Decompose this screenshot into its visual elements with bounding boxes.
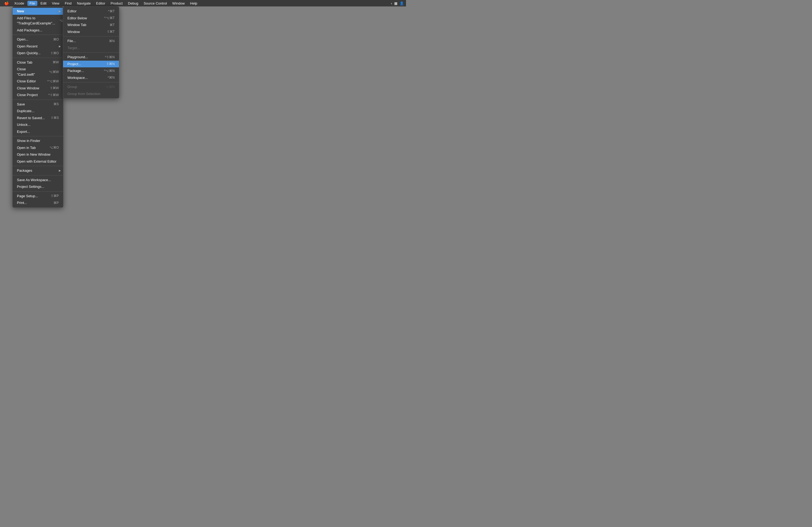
menu-item-new[interactable]: New ▶ xyxy=(13,8,63,15)
menubar-view[interactable]: View xyxy=(50,1,61,6)
separator-7 xyxy=(13,191,63,192)
new-submenu-workspace-shortcut: ^⌘N xyxy=(108,75,115,80)
menu-item-print-shortcut: ⌘P xyxy=(54,200,59,205)
back-icon[interactable]: ‹ xyxy=(391,1,392,5)
menu-item-packages[interactable]: Packages ▶ xyxy=(13,167,63,174)
new-submenu-file-shortcut: ⌘N xyxy=(109,39,115,44)
menubar-debug[interactable]: Debug xyxy=(126,1,141,6)
menu-item-page-setup[interactable]: Page Setup... ⇧⌘P xyxy=(13,193,63,200)
menu-item-open-tab[interactable]: Open in Tab ⌥⌘O xyxy=(13,144,63,151)
apple-menu[interactable]: 🍎 xyxy=(2,1,11,6)
new-submenu-editor-label: Editor xyxy=(68,9,76,14)
menu-item-close-window-shortcut: ⇧⌘W xyxy=(50,86,59,90)
new-submenu-package-shortcut: ^⌥⌘N xyxy=(104,69,115,73)
menu-item-close-window[interactable]: Close Window ⇧⌘W xyxy=(13,85,63,92)
new-submenu-project-label: Project... xyxy=(68,61,81,67)
submenu-arrow-recent: ▶ xyxy=(59,44,61,48)
menubar-right: ‹ ▦ 👤 xyxy=(391,1,404,5)
menu-item-open-recent[interactable]: Open Recent ▶ xyxy=(13,43,63,50)
new-submenu-group-shortcut: ⌥⌘N xyxy=(105,85,115,89)
menubar-sourcecontrol[interactable]: Source Control xyxy=(142,1,169,6)
menu-item-export[interactable]: Export... xyxy=(13,128,63,135)
menu-item-add-packages[interactable]: Add Packages... xyxy=(13,27,63,34)
new-submenu-file[interactable]: File... ⌘N xyxy=(63,37,119,45)
menu-item-show-finder-label: Show in Finder xyxy=(17,138,40,144)
new-submenu-workspace[interactable]: Workspace... ^⌘N xyxy=(63,74,119,81)
menu-item-export-label: Export... xyxy=(17,129,30,134)
menubar-window[interactable]: Window xyxy=(170,1,187,6)
menubar-xcode[interactable]: Xcode xyxy=(12,1,26,6)
menu-item-show-finder[interactable]: Show in Finder xyxy=(13,137,63,144)
menu-item-close-tab[interactable]: Close Tab ⌘W xyxy=(13,59,63,66)
menu-item-open-external-label: Open with External Editor xyxy=(17,159,56,164)
menu-item-save-shortcut: ⌘S xyxy=(54,102,59,107)
new-submenu-playground-shortcut: ^⇧⌘N xyxy=(105,55,115,60)
menu-item-revert-shortcut: ⇧⌘S xyxy=(51,115,59,120)
new-submenu-window-label: Window xyxy=(68,29,80,35)
menu-item-print-label: Print... xyxy=(17,200,27,206)
menu-item-project-settings-label: Project Settings... xyxy=(17,184,44,190)
separator-3 xyxy=(13,100,63,100)
new-submenu-editor-below[interactable]: Editor Below ^⌥⌘T xyxy=(63,15,119,22)
menu-item-close-editor[interactable]: Close Editor ^⌥⌘W xyxy=(13,78,63,85)
menu-item-save[interactable]: Save ⌘S xyxy=(13,101,63,108)
menu-item-add-files[interactable]: Add Files to "TradingCardExample"... ⌥⌘ … xyxy=(13,15,63,27)
new-submenu-editor[interactable]: Editor ^⌘T xyxy=(63,8,119,15)
new-submenu-window-tab[interactable]: Window Tab ⌘T xyxy=(63,21,119,28)
new-submenu-group-label: Group xyxy=(68,84,77,90)
menu-item-revert[interactable]: Revert to Saved... ⇧⌘S xyxy=(13,115,63,122)
new-submenu-group[interactable]: Group ⌥⌘N xyxy=(63,84,119,90)
menubar-find[interactable]: Find xyxy=(62,1,74,6)
menu-item-close-card[interactable]: Close "Card.swift" ⌥⌘W xyxy=(13,66,63,78)
new-submenu-project[interactable]: Project... ⇧⌘N xyxy=(63,61,119,67)
new-submenu-group-selection-label: Group from Selection xyxy=(68,91,100,96)
new-submenu-playground-label: Playground... xyxy=(68,55,88,60)
menu-item-open-external[interactable]: Open with External Editor xyxy=(13,158,63,165)
new-submenu-window-shortcut: ⇧⌘T xyxy=(107,29,115,34)
separator-2 xyxy=(13,58,63,58)
menubar-file[interactable]: File xyxy=(27,1,37,6)
menu-item-page-setup-label: Page Setup... xyxy=(17,194,38,199)
menu-item-add-files-label: Add Files to "TradingCardExample"... xyxy=(17,16,55,26)
new-submenu-target-label: Target... xyxy=(68,45,80,51)
menu-item-close-window-label: Close Window xyxy=(17,86,39,91)
new-submenu-playground[interactable]: Playground... ^⇧⌘N xyxy=(63,54,119,61)
menu-item-save-workspace-label: Save As Workspace... xyxy=(17,177,51,183)
menu-item-close-project-shortcut: ^⇧⌘W xyxy=(48,93,59,97)
menu-item-open[interactable]: Open... ⌘O xyxy=(13,36,63,43)
new-submenu-package[interactable]: Package... ^⌥⌘N xyxy=(63,67,119,74)
menu-item-unlock-label: Unlock... xyxy=(17,122,31,127)
menu-item-open-new-window[interactable]: Open in New Window xyxy=(13,151,63,158)
menubar: 🍎 Xcode File Edit View Find Navigate Edi… xyxy=(0,0,406,6)
menubar-navigate[interactable]: Navigate xyxy=(75,1,93,6)
menu-item-unlock[interactable]: Unlock... xyxy=(13,121,63,128)
new-submenu-sep-3 xyxy=(63,82,119,82)
menu-item-open-recent-label: Open Recent xyxy=(17,44,38,49)
menubar-editor[interactable]: Editor xyxy=(94,1,107,6)
menu-item-close-project[interactable]: Close Project ^⇧⌘W xyxy=(13,91,63,99)
menu-item-open-tab-label: Open in Tab xyxy=(17,145,36,151)
menu-item-open-quickly[interactable]: Open Quickly... ⇧⌘O xyxy=(13,50,63,57)
menu-item-duplicate[interactable]: Duplicate... xyxy=(13,108,63,115)
menubar-edit[interactable]: Edit xyxy=(39,1,48,6)
menu-item-project-settings[interactable]: Project Settings... xyxy=(13,183,63,190)
new-submenu-editor-below-label: Editor Below xyxy=(68,16,87,21)
menu-item-print[interactable]: Print... ⌘P xyxy=(13,199,63,206)
account-icon[interactable]: 👤 xyxy=(400,1,404,5)
menubar-product[interactable]: Product xyxy=(108,1,125,6)
menu-item-packages-label: Packages xyxy=(17,168,32,174)
new-submenu-target[interactable]: Target... xyxy=(63,45,119,51)
menubar-help[interactable]: Help xyxy=(188,1,200,6)
submenu-arrow-packages: ▶ xyxy=(59,168,61,172)
new-submenu-group-selection[interactable]: Group from Selection xyxy=(63,90,119,97)
new-submenu-file-label: File... xyxy=(68,39,76,44)
menu-item-open-shortcut: ⌘O xyxy=(53,37,59,42)
new-submenu: Editor ^⌘T Editor Below ^⌥⌘T Window Tab … xyxy=(63,6,119,99)
new-submenu-window[interactable]: Window ⇧⌘T xyxy=(63,28,119,35)
new-submenu-sep-2 xyxy=(63,52,119,52)
menu-item-page-setup-shortcut: ⇧⌘P xyxy=(51,194,59,198)
control-center-icon[interactable]: ▦ xyxy=(394,1,397,5)
menu-item-revert-label: Revert to Saved... xyxy=(17,115,45,121)
menu-item-save-workspace[interactable]: Save As Workspace... xyxy=(13,177,63,183)
new-submenu-project-shortcut: ⇧⌘N xyxy=(106,61,115,66)
